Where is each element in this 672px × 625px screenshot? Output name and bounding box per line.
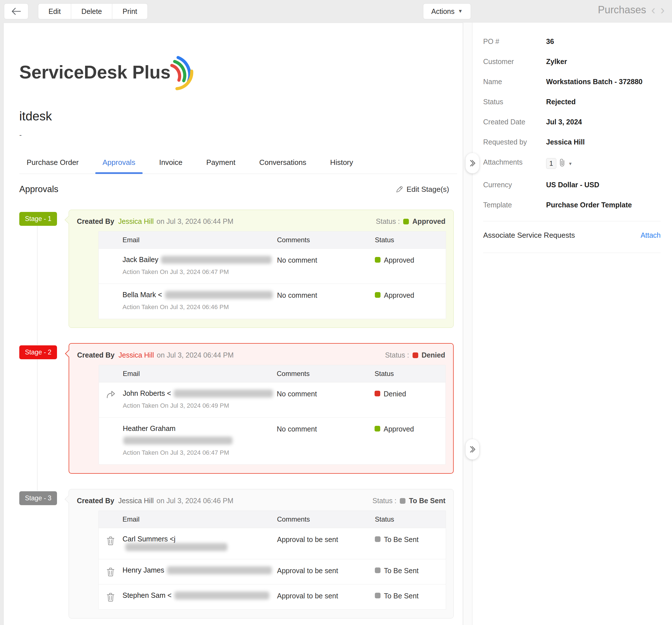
stage-box: Created By Jessica Hill on Jul 3, 2024 0…	[69, 343, 454, 474]
tab-conversations[interactable]: Conversations	[252, 153, 314, 174]
creator-link[interactable]: Jessica Hill	[118, 497, 154, 505]
action-taken-text: Action Taken On Jul 3, 2024 06:47 PM	[122, 268, 277, 276]
field-label: PO #	[483, 38, 546, 46]
paperclip-icon[interactable]	[558, 158, 566, 169]
approver-status: To Be Sent	[375, 591, 446, 601]
approver-table-header: Email Comments Status	[99, 365, 446, 382]
approver-row: John Roberts < Action Taken On Jul 3, 20…	[99, 382, 446, 417]
sidebar-field-created-date: Created DateJul 3, 2024	[483, 118, 661, 126]
servicedesk-plus-logo: ServiceDesk Plus	[19, 53, 457, 92]
approver-table: Email Comments Status John Roberts < Act…	[99, 365, 446, 465]
tab-invoice[interactable]: Invoice	[152, 153, 190, 174]
approver-table: Email Comments Status Jack Bailey Action…	[98, 231, 446, 319]
edit-stages-button[interactable]: Edit Stage(s)	[396, 185, 449, 194]
collapse-sidebar-button-lower[interactable]	[465, 439, 479, 459]
creator-link[interactable]: Jessica Hill	[118, 217, 154, 226]
approver-row: Stephen Sam < Approval to be sent To Be …	[99, 584, 446, 609]
status-column-header: Status	[375, 515, 446, 523]
delete-button[interactable]: Delete	[71, 3, 112, 19]
approver-table-header: Email Comments Status	[99, 231, 446, 248]
approver-email-cell: John Roberts < Action Taken On Jul 3, 20…	[123, 389, 277, 409]
tab-payment[interactable]: Payment	[199, 153, 243, 174]
email-column-header: Email	[122, 515, 277, 523]
stage-header: Created By Jessica Hill on Jul 3, 2024 0…	[76, 216, 446, 231]
field-label: Name	[483, 78, 546, 86]
status-color-square	[375, 426, 380, 431]
back-arrow-icon	[11, 8, 21, 15]
status-value: Denied	[384, 390, 406, 398]
previous-record-icon[interactable]: ‹	[651, 4, 655, 16]
sidebar-field-template: TemplatePurchase Order Template	[483, 201, 661, 209]
approver-name: Henry James	[122, 566, 164, 574]
tab-approvals[interactable]: Approvals	[95, 153, 143, 174]
sidebar-field-po-: PO #36	[483, 38, 661, 46]
status-value: Approved	[412, 217, 446, 226]
approver-comment: Approval to be sent	[277, 535, 375, 551]
approver-row: Heather Graham Action Taken On Jul 3, 20…	[99, 417, 446, 465]
approver-name: Jack Bailey	[122, 255, 158, 264]
created-on-text: on Jul 3, 2024 06:44 PM	[157, 351, 234, 359]
approver-email-cell: Heather Graham Action Taken On Jul 3, 20…	[123, 424, 277, 456]
tab-history[interactable]: History	[323, 153, 360, 174]
actions-label: Actions	[431, 7, 455, 16]
pencil-icon	[396, 185, 403, 193]
approver-name: Stephen Sam <	[122, 591, 171, 600]
field-value: Jul 3, 2024	[546, 118, 582, 126]
chevron-down-icon: ▼	[458, 8, 463, 14]
attachment-count-chip[interactable]: 1	[546, 158, 556, 169]
approver-row: Carl Summers <j Approval to be sent To B…	[99, 528, 446, 559]
approver-row: Henry James Approval to be sent To Be Se…	[99, 559, 446, 584]
print-button[interactable]: Print	[112, 3, 147, 19]
approver-row: Bella Mark < Action Taken On Jul 3, 2024…	[99, 283, 446, 319]
back-button[interactable]	[4, 3, 28, 19]
attach-link[interactable]: Attach	[641, 231, 661, 240]
status-color-square	[375, 568, 381, 573]
trash-icon[interactable]	[106, 593, 115, 601]
status-column-header: Status	[375, 370, 446, 378]
field-label: Template	[483, 201, 546, 209]
associate-service-requests-label: Associate Service Requests	[483, 231, 575, 240]
associate-service-requests-row: Associate Service Requests Attach	[483, 221, 661, 251]
trash-icon[interactable]	[106, 536, 115, 545]
action-taken-text: Action Taken On Jul 3, 2024 06:49 PM	[123, 402, 277, 409]
stage-badge: Stage - 2	[19, 345, 57, 359]
approver-table: Email Comments Status Carl Summers <j Ap…	[98, 510, 446, 610]
creator-link[interactable]: Jessica Hill	[119, 351, 154, 359]
status-value: To Be Sent	[409, 497, 446, 505]
status-color-square	[375, 593, 381, 598]
toolbar-button-group: Edit Delete Print	[38, 3, 148, 19]
created-on-text: on Jul 3, 2024 06:44 PM	[157, 217, 233, 226]
sidebar-separator	[483, 253, 661, 253]
status-value: Approved	[384, 291, 414, 299]
approver-email-cell: Bella Mark < Action Taken On Jul 3, 2024…	[122, 291, 277, 311]
edit-button[interactable]: Edit	[38, 3, 71, 19]
page-subtitle: -	[19, 131, 457, 140]
sidebar-field-status: StatusRejected	[483, 98, 661, 106]
forward-arrow-icon	[106, 391, 116, 399]
approver-comment: Approval to be sent	[277, 566, 375, 576]
field-label: Requested by	[483, 138, 546, 146]
attachment-dropdown-icon[interactable]: ▼	[568, 161, 573, 166]
collapse-sidebar-button[interactable]	[465, 153, 479, 173]
stage-status: Status : Denied	[385, 351, 445, 359]
content-layout: ServiceDesk Plus itdesk - Purchase Order…	[0, 23, 672, 625]
field-value: Rejected	[546, 98, 576, 106]
status-color-square	[403, 219, 409, 224]
approver-status: To Be Sent	[375, 566, 446, 576]
status-color-square	[412, 352, 418, 358]
approval-stage: Stage - 1 Created By Jessica Hill on Jul…	[19, 210, 457, 328]
stage-header: Created By Jessica Hill on Jul 3, 2024 0…	[76, 495, 446, 510]
actions-dropdown-button[interactable]: Actions ▼	[423, 3, 471, 19]
status-value: To Be Sent	[384, 535, 418, 544]
module-title: Purchases	[598, 4, 646, 16]
trash-icon[interactable]	[106, 567, 115, 576]
field-value: Zylker	[546, 57, 567, 66]
double-chevron-right-icon	[469, 446, 476, 453]
stage-box: Created By Jessica Hill on Jul 3, 2024 0…	[69, 210, 454, 328]
tab-purchase-order[interactable]: Purchase Order	[19, 153, 86, 174]
next-record-icon[interactable]: ›	[661, 4, 665, 16]
stage-badge: Stage - 3	[19, 491, 57, 505]
comments-column-header: Comments	[277, 236, 375, 244]
main-panel: ServiceDesk Plus itdesk - Purchase Order…	[3, 23, 463, 625]
comments-column-header: Comments	[277, 515, 375, 523]
